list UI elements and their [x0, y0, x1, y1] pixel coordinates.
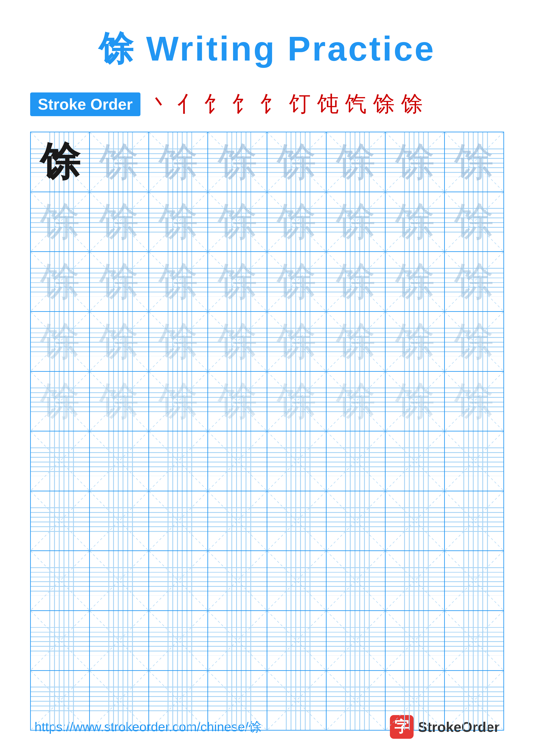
grid-cell[interactable]	[445, 611, 503, 670]
grid-cell[interactable]	[445, 431, 503, 491]
grid-cell[interactable]: 馀	[386, 312, 445, 371]
grid-cell[interactable]: 馀	[445, 312, 503, 371]
grid-cell[interactable]: 馀	[267, 372, 327, 431]
grid-cell[interactable]	[90, 611, 149, 670]
grid-cell[interactable]	[31, 551, 90, 610]
stroke-6: 饤	[289, 90, 311, 119]
grid-cell[interactable]	[149, 491, 208, 551]
grid-cell[interactable]: 馀	[445, 132, 503, 192]
grid-cell[interactable]	[267, 611, 327, 670]
grid-cell[interactable]	[208, 551, 267, 610]
grid-cell[interactable]	[90, 431, 149, 491]
grid-cell[interactable]	[267, 491, 327, 551]
grid-cell[interactable]: 馀	[149, 312, 208, 371]
cell-character	[445, 551, 503, 610]
grid-cell[interactable]	[31, 491, 90, 551]
grid-cell[interactable]	[327, 431, 386, 491]
grid-cell[interactable]	[149, 671, 208, 730]
grid-cell[interactable]: 馀	[90, 132, 149, 192]
grid-cell[interactable]	[386, 551, 445, 610]
cell-character	[267, 551, 326, 610]
grid-cell[interactable]: 馀	[267, 132, 327, 192]
grid-cell[interactable]: 馀	[208, 132, 267, 192]
grid-cell[interactable]: 馀	[386, 132, 445, 192]
cell-character	[208, 611, 267, 670]
cell-character: 馀	[267, 252, 326, 311]
grid-cell[interactable]: 馀	[386, 252, 445, 311]
grid-cell[interactable]: 馀	[208, 312, 267, 371]
grid-cell[interactable]: 馀	[267, 192, 327, 252]
grid-cell[interactable]	[445, 551, 503, 610]
grid-cell[interactable]	[31, 431, 90, 491]
cell-character: 馀	[149, 132, 208, 192]
grid-cell[interactable]	[386, 431, 445, 491]
grid-cell[interactable]	[327, 611, 386, 670]
grid-cell[interactable]	[267, 671, 327, 730]
grid-cell[interactable]: 馀	[90, 312, 149, 371]
grid-cell[interactable]: 馀	[386, 192, 445, 252]
grid-cell[interactable]	[267, 431, 327, 491]
grid-cell[interactable]	[386, 611, 445, 670]
grid-cell[interactable]	[149, 551, 208, 610]
grid-cell[interactable]: 馀	[445, 192, 503, 252]
grid-cell[interactable]: 馀	[149, 132, 208, 192]
grid-cell[interactable]: 馀	[208, 372, 267, 431]
grid-cell[interactable]: 馀	[208, 252, 267, 311]
grid-cell[interactable]	[90, 491, 149, 551]
grid-cell[interactable]	[208, 611, 267, 670]
grid-row	[31, 491, 503, 551]
grid-cell[interactable]: 馀	[267, 312, 327, 371]
grid-cell[interactable]: 馀	[386, 372, 445, 431]
grid-cell[interactable]: 馀	[327, 312, 386, 371]
grid-cell[interactable]: 馀	[31, 252, 90, 311]
grid-cell[interactable]	[149, 611, 208, 670]
grid-cell[interactable]: 馀	[31, 132, 90, 192]
cell-character: 馀	[327, 372, 385, 431]
cell-character: 馀	[267, 312, 326, 371]
grid-cell[interactable]	[386, 671, 445, 730]
grid-cell[interactable]	[327, 551, 386, 610]
grid-row: 馀 馀 馀 馀 馀 馀 馀 馀	[31, 372, 503, 432]
grid-cell[interactable]: 馀	[90, 252, 149, 311]
cell-character: 馀	[90, 132, 148, 192]
cell-character: 馀	[386, 132, 444, 192]
grid-cell[interactable]	[208, 491, 267, 551]
grid-cell[interactable]	[208, 431, 267, 491]
cell-character: 馀	[149, 192, 208, 252]
grid-cell[interactable]	[149, 431, 208, 491]
grid-cell[interactable]	[327, 491, 386, 551]
grid-cell[interactable]	[90, 671, 149, 730]
grid-cell[interactable]: 馀	[90, 372, 149, 431]
grid-cell[interactable]: 馀	[149, 192, 208, 252]
grid-cell[interactable]: 馀	[31, 372, 90, 431]
grid-cell[interactable]: 馀	[31, 312, 90, 371]
grid-cell[interactable]: 馀	[149, 252, 208, 311]
grid-cell[interactable]	[31, 611, 90, 670]
grid-cell[interactable]: 馀	[149, 372, 208, 431]
grid-cell[interactable]: 馀	[31, 192, 90, 252]
grid-cell[interactable]: 馀	[90, 192, 149, 252]
grid-cell[interactable]: 馀	[445, 252, 503, 311]
cell-character: 馀	[445, 312, 503, 371]
grid-cell[interactable]: 馀	[445, 372, 503, 431]
grid-cell[interactable]: 馀	[327, 252, 386, 311]
grid-cell[interactable]: 馀	[327, 192, 386, 252]
grid-cell[interactable]	[386, 491, 445, 551]
grid-cell[interactable]: 馀	[327, 372, 386, 431]
grid-cell[interactable]	[208, 671, 267, 730]
grid-cell[interactable]	[445, 491, 503, 551]
page: 馀 Writing Practice Stroke Order 丶 亻 饣 饣 …	[0, 0, 534, 756]
grid-cell[interactable]	[327, 671, 386, 730]
grid-cell[interactable]: 馀	[267, 252, 327, 311]
grid-cell[interactable]	[31, 671, 90, 730]
stroke-8: 饩	[345, 90, 367, 119]
cell-character: 馀	[149, 312, 208, 371]
grid-cell[interactable]	[267, 551, 327, 610]
grid-cell[interactable]: 馀	[208, 192, 267, 252]
grid-cell[interactable]	[445, 671, 503, 730]
title-rest: Writing Practice	[135, 29, 436, 68]
cell-character: 馀	[445, 192, 503, 252]
grid-cell[interactable]	[90, 551, 149, 610]
grid-cell[interactable]: 馀	[327, 132, 386, 192]
cell-character: 馀	[149, 372, 208, 431]
